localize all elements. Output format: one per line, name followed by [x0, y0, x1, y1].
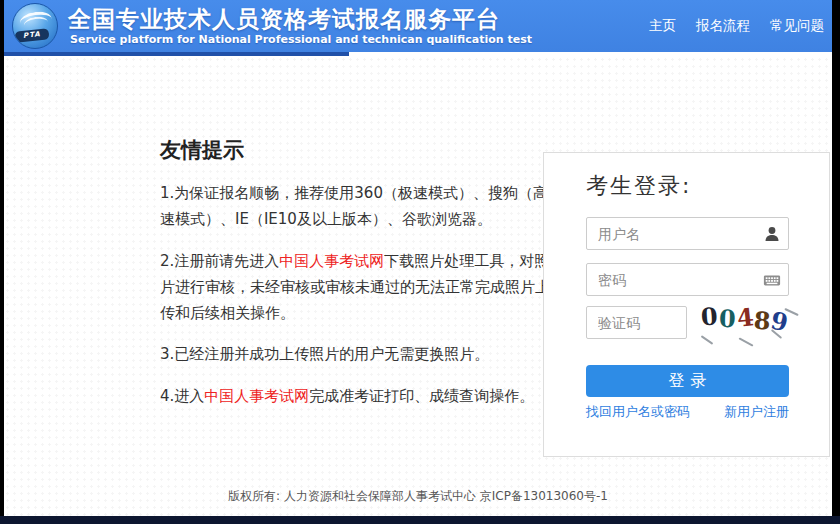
site-title: 全国专业技术人员资格考试报名服务平台: [68, 4, 500, 35]
captcha-noise: [701, 335, 714, 345]
tip-2-cpta-link[interactable]: 中国人事考试网: [279, 252, 384, 270]
copyright-text: 版权所有: 人力资源和社会保障部人事考试中心 京ICP备13013060号-1: [4, 488, 832, 505]
captcha-digit: 4: [735, 303, 755, 333]
tip-3-text: 3.已经注册并成功上传照片的用户无需更换照片。: [160, 345, 489, 363]
tip-item-1: 1.为保证报名顺畅，推荐使用360（极速模式）、搜狗（高速模式）、IE（IE10…: [160, 180, 552, 233]
user-icon: [763, 225, 781, 243]
nav-home-link[interactable]: 主页: [649, 17, 676, 35]
username-field-wrap: [586, 217, 789, 250]
site-subtitle: Service platform for National Profession…: [70, 33, 532, 46]
nav-process-link[interactable]: 报名流程: [696, 17, 750, 35]
password-input[interactable]: [586, 263, 789, 296]
login-title: 考生登录:: [586, 171, 691, 201]
username-input[interactable]: [586, 217, 789, 250]
tip-4-text: 4.进入: [160, 387, 204, 405]
captcha-digit: 0: [718, 305, 736, 334]
header-bar: PTA 全国专业技术人员资格考试报名服务平台 Service platform …: [4, 0, 832, 52]
header-nav: 主页 报名流程 常见问题: [649, 0, 824, 52]
tip-4-cpta-link[interactable]: 中国人事考试网: [204, 387, 309, 405]
captcha-digit: 0: [700, 302, 719, 332]
logo-banner-text: PTA: [15, 28, 50, 42]
new-user-register-link[interactable]: 新用户注册: [724, 403, 789, 421]
nav-faq-link[interactable]: 常见问题: [770, 17, 824, 35]
tips-heading: 友情提示: [160, 136, 552, 164]
tip-item-3: 3.已经注册并成功上传照片的用户无需更换照片。: [160, 341, 552, 367]
login-button[interactable]: 登录: [586, 365, 789, 397]
bottom-frame-bar: [0, 516, 840, 524]
forgot-password-link[interactable]: 找回用户名或密码: [586, 403, 690, 421]
main-area: 友情提示 1.为保证报名顺畅，推荐使用360（极速模式）、搜狗（高速模式）、IE…: [4, 56, 832, 516]
pta-logo-icon: PTA: [12, 3, 58, 49]
tip-1-text: 1.为保证报名顺畅，推荐使用360（极速模式）、搜狗（高速模式）、IE（IE10…: [160, 184, 548, 228]
password-field-wrap: [586, 263, 789, 296]
tip-item-4: 4.进入中国人事考试网完成准考证打印、成绩查询操作。: [160, 383, 552, 409]
captcha-field-wrap: [586, 306, 687, 339]
captcha-noise: [738, 337, 753, 346]
tip-2-text: 2.注册前请先进入: [160, 252, 279, 270]
captcha-image[interactable]: 0 0 4 8 9: [696, 303, 794, 345]
tip-4-suffix: 完成准考证打印、成绩查询操作。: [309, 387, 534, 405]
login-panel: 考生登录:: [543, 152, 830, 457]
keyboard-icon: [763, 271, 781, 289]
page: PTA 全国专业技术人员资格考试报名服务平台 Service platform …: [4, 0, 832, 516]
login-links-row: 找回用户名或密码 新用户注册: [586, 403, 789, 421]
logo-circle: PTA: [12, 3, 58, 49]
captcha-input[interactable]: [586, 306, 687, 339]
friendly-tips-section: 友情提示 1.为保证报名顺畅，推荐使用360（极速模式）、搜狗（高速模式）、IE…: [160, 136, 552, 424]
tip-item-2: 2.注册前请先进入中国人事考试网下载照片处理工具，对照片进行审核，未经审核或审核…: [160, 248, 552, 327]
